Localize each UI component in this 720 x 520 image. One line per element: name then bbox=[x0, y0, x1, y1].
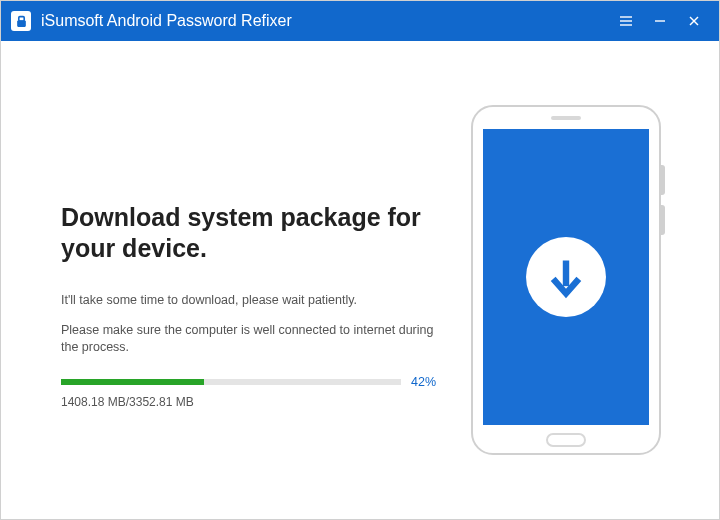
main-content: Download system package for your device.… bbox=[1, 41, 719, 519]
connection-text: Please make sure the computer is well co… bbox=[61, 322, 441, 357]
titlebar: iSumsoft Android Password Refixer bbox=[1, 1, 719, 41]
phone-screen bbox=[483, 129, 649, 425]
close-button[interactable] bbox=[677, 1, 711, 41]
page-heading: Download system package for your device. bbox=[61, 202, 441, 265]
menu-button[interactable] bbox=[609, 1, 643, 41]
phone-side-button bbox=[661, 205, 665, 235]
minimize-button[interactable] bbox=[643, 1, 677, 41]
wait-text: It'll take some time to download, please… bbox=[61, 292, 441, 310]
illustration-panel bbox=[461, 105, 671, 455]
svg-rect-1 bbox=[17, 20, 26, 27]
phone-illustration bbox=[471, 105, 661, 455]
app-logo-icon bbox=[11, 11, 31, 31]
progress-size-label: 1408.18 MB/3352.81 MB bbox=[61, 395, 441, 409]
progress-fill bbox=[61, 379, 204, 385]
app-window: iSumsoft Android Password Refixer Downlo… bbox=[0, 0, 720, 520]
progress-bar: 42% bbox=[61, 375, 441, 389]
app-title: iSumsoft Android Password Refixer bbox=[41, 12, 609, 30]
download-panel: Download system package for your device.… bbox=[61, 152, 461, 409]
phone-side-button bbox=[661, 165, 665, 195]
svg-rect-0 bbox=[18, 16, 23, 20]
download-arrow-icon bbox=[526, 237, 606, 317]
progress-track bbox=[61, 379, 401, 385]
phone-speaker bbox=[551, 116, 581, 120]
phone-home-button bbox=[546, 433, 586, 447]
progress-percent: 42% bbox=[411, 375, 441, 389]
